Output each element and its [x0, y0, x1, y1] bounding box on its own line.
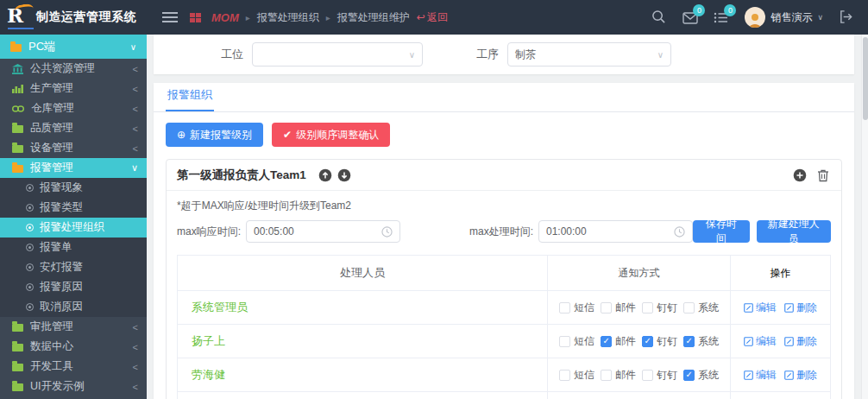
chevron-left-icon: < [133, 104, 138, 114]
checkbox-sms[interactable] [559, 370, 570, 381]
scrollbar-thumb[interactable] [863, 37, 868, 120]
check-circle-icon: ✔ [283, 129, 292, 141]
checkbox-label: 短信 [574, 301, 594, 315]
edit-icon [784, 303, 794, 313]
sidebar-item-production[interactable]: 生产管理 < [0, 79, 147, 98]
vertical-scrollbar[interactable] [861, 35, 868, 399]
logo-mark: R [7, 4, 36, 30]
checkbox-dingtalk[interactable] [642, 370, 653, 381]
header-actions: 0 0 销售演示 ∨ [651, 7, 868, 28]
process-select[interactable]: 制茶 ∨ [507, 42, 671, 66]
process-value: 制茶 [515, 48, 536, 62]
delete-team-icon[interactable] [817, 168, 831, 182]
new-alarm-level-button[interactable]: ⊕ 新建报警级别 [166, 123, 263, 147]
sidebar-root-pc[interactable]: PC端 ∨ [0, 35, 147, 59]
sidebar-item-alarm-ticket[interactable]: 报警单 [0, 238, 147, 257]
folder-icon [12, 344, 23, 352]
move-up-icon[interactable] [318, 168, 332, 182]
sidebar-item-alarm-type[interactable]: 报警类型 [0, 198, 147, 218]
checkbox-sms[interactable] [559, 302, 570, 314]
circle-icon [26, 263, 34, 271]
back-button[interactable]: ↩返回 [417, 10, 448, 25]
sidebar-item-ui-demo[interactable]: UI开发示例 < [0, 377, 147, 396]
todo-list-icon[interactable]: 0 [714, 10, 729, 25]
checkbox-label: 钉钉 [657, 368, 677, 383]
sidebar-item-warehouse[interactable]: 仓库管理 < [0, 98, 147, 118]
chevron-left-icon: < [133, 382, 138, 392]
checkbox-email[interactable] [601, 302, 612, 314]
sidebar-item-dev-tools[interactable]: 开发工具 < [0, 357, 147, 377]
edit-button[interactable]: 编辑 [744, 301, 777, 315]
back-arrow-icon: ↩ [417, 11, 425, 23]
breadcrumb-root[interactable]: MOM [211, 11, 239, 24]
sidebar-item-andon-alarm[interactable]: 安灯报警 [0, 257, 147, 277]
handlers-table: 处理人员 通知方式 操作 系统管理员 短信 邮件 钉钉 系统 [177, 255, 831, 399]
move-down-icon[interactable] [337, 168, 351, 182]
sidebar-item-alarm-handling-org[interactable]: 报警处理组织 [0, 218, 147, 238]
save-time-button[interactable]: 保存时间 [693, 220, 750, 243]
chevron-left-icon: < [133, 322, 138, 332]
checkbox-dingtalk[interactable] [642, 302, 653, 314]
max-handle-label: max处理时间: [469, 225, 533, 239]
handler-name: 系统管理员 [178, 300, 547, 315]
app-window: R 制造运营管理系统 MOM ▸ 报警处理组织 ▸ 报警处理组维护 ↩返回 [0, 0, 868, 399]
checkbox-dingtalk[interactable] [642, 336, 653, 347]
tab-alarm-org[interactable]: 报警组织 [166, 87, 214, 111]
delete-button[interactable]: 删除 [784, 368, 817, 383]
checkbox-system[interactable] [683, 302, 695, 314]
edit-button[interactable]: 编辑 [744, 334, 777, 349]
checkbox-system[interactable] [683, 370, 695, 381]
sidebar-item-equipment[interactable]: 设备管理 < [0, 138, 147, 158]
user-name: 销售演示 [771, 10, 812, 25]
sidebar-item-alarm-phenomenon[interactable]: 报警现象 [0, 178, 147, 198]
delete-button[interactable]: 删除 [784, 334, 817, 349]
folder-icon [10, 44, 22, 52]
confirm-level-order-button[interactable]: ✔ 级别顺序调整确认 [272, 123, 390, 147]
breadcrumb-separator-icon: ▸ [246, 13, 250, 22]
checkbox-email[interactable] [601, 370, 612, 381]
sidebar-item-alarm-reason[interactable]: 报警原因 [0, 277, 147, 297]
sidebar-item-approval[interactable]: 审批管理 < [0, 317, 147, 337]
breadcrumb-item-1[interactable]: 报警处理组织 [257, 10, 319, 25]
mail-icon[interactable]: 0 [682, 10, 698, 25]
checkbox-email[interactable] [601, 336, 612, 347]
time-settings-row: max响应时间: 00:05:00 max处理时间: 01:00:00 保存 [167, 213, 841, 251]
edit-icon [784, 337, 794, 346]
chevron-left-icon: < [133, 84, 138, 94]
breadcrumb-item-2[interactable]: 报警处理组维护 [337, 10, 410, 25]
circle-icon [26, 224, 34, 231]
app-logo[interactable]: R 制造运营管理系统 [0, 4, 143, 30]
new-handler-button[interactable]: 新建处理人员 [757, 220, 831, 243]
folder-icon [12, 383, 23, 391]
table-row: Alex 短信 邮件 钉钉 系统 编辑 删除 [178, 391, 830, 399]
circle-icon [26, 283, 34, 291]
sidebar-item-alarm-management[interactable]: 报警管理 ∨ [0, 158, 147, 178]
chart-icon [12, 84, 23, 93]
chevron-down-icon: ∨ [131, 162, 138, 174]
checkbox-sms[interactable] [559, 336, 570, 347]
avatar [745, 7, 765, 28]
table-row: 扬子上 短信 邮件 钉钉 系统 编辑 删除 [178, 324, 830, 358]
chain-icon [12, 104, 24, 113]
sidebar-item-quality[interactable]: 品质管理 < [0, 118, 147, 138]
delete-button[interactable]: 删除 [784, 301, 817, 315]
alarm-org-card: 报警组织 ⊕ 新建报警级别 ✔ 级别顺序调整确认 第一级通报负责人Team1 [154, 83, 854, 399]
sidebar-item-data-center[interactable]: 数据中心 < [0, 337, 147, 357]
logo-swoosh [14, 3, 34, 16]
add-team-icon[interactable] [793, 168, 807, 182]
todo-badge: 0 [724, 4, 736, 16]
escalation-note: *超于MAX响应/处理时间升级到Team2 [167, 191, 841, 213]
search-icon[interactable] [651, 10, 667, 25]
logout-icon[interactable] [839, 10, 854, 25]
station-select[interactable]: ∨ [252, 42, 423, 66]
checkbox-system[interactable] [683, 336, 695, 347]
max-response-input[interactable]: 00:05:00 [246, 220, 400, 243]
bank-icon [12, 64, 23, 74]
sidebar-toggle-icon[interactable] [162, 10, 178, 25]
table-row: 劳海健 短信 邮件 钉钉 系统 编辑 删除 [178, 358, 830, 391]
max-handle-input[interactable]: 01:00:00 [538, 220, 693, 243]
edit-button[interactable]: 编辑 [744, 368, 777, 383]
sidebar-item-public-resources[interactable]: 公共资源管理 < [0, 59, 147, 79]
sidebar-item-cancel-reason[interactable]: 取消原因 [0, 297, 147, 317]
user-menu[interactable]: 销售演示 ∨ [745, 7, 823, 28]
